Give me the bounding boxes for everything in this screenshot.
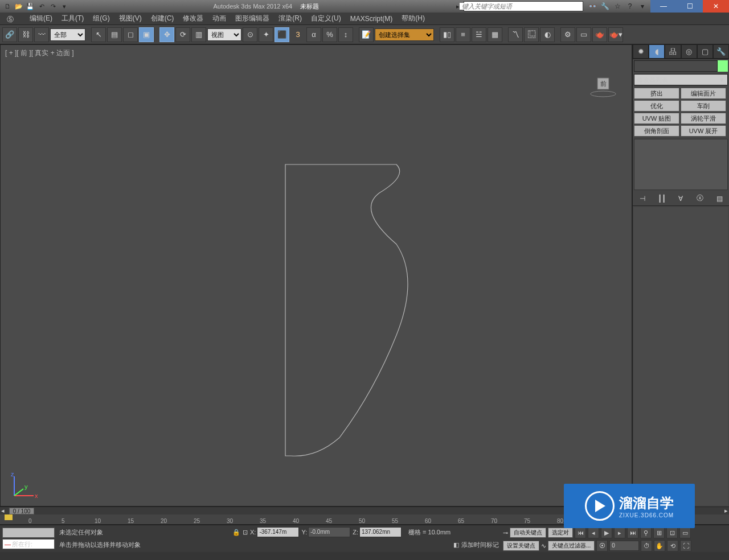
nav-max-icon[interactable]: ⛶ xyxy=(680,540,691,551)
menu-edit[interactable]: 编辑(E) xyxy=(25,14,57,23)
window-crossing-icon[interactable]: ▣ xyxy=(139,27,154,42)
time-tag-icon[interactable]: ◧ xyxy=(453,541,459,549)
add-time-tag[interactable]: 添加时间标记 xyxy=(461,541,499,549)
rollout-area[interactable] xyxy=(634,207,728,505)
key-mode-icon[interactable]: ⦿ xyxy=(596,540,608,551)
viewcube[interactable]: 前 xyxy=(589,75,617,97)
rendered-frame-icon[interactable]: ▭ xyxy=(576,27,591,42)
named-sets-edit-icon[interactable]: 📝 xyxy=(359,27,374,42)
menu-maxscript[interactable]: MAXScript(M) xyxy=(346,15,398,23)
coord-x[interactable]: -367.147m xyxy=(257,527,299,537)
object-name-field[interactable] xyxy=(634,60,718,72)
mod-extrude[interactable]: 挤出 xyxy=(634,88,679,99)
menu-modifiers[interactable]: 修改器 xyxy=(178,14,208,23)
menu-create[interactable]: 创建(C) xyxy=(146,14,179,23)
nav-pan-icon[interactable]: ✋ xyxy=(654,540,665,551)
auto-key-button[interactable]: 自动关键点 xyxy=(510,528,546,538)
undo-icon[interactable]: ↶ xyxy=(36,1,47,11)
menu-customize[interactable]: 自定义(U) xyxy=(306,14,346,23)
set-key-button[interactable]: 设置关键点 xyxy=(503,541,539,551)
qat-dropdown-icon[interactable]: ▾ xyxy=(59,1,69,11)
manipulate-icon[interactable]: ✦ xyxy=(259,27,273,42)
mod-uvw-map[interactable]: UVW 贴图 xyxy=(634,113,679,124)
goto-start-icon[interactable]: ⏮ xyxy=(575,527,586,538)
time-config-icon[interactable]: ⏱ xyxy=(641,540,652,551)
help-search-input[interactable] xyxy=(460,3,578,10)
unlink-icon[interactable]: ⛓ xyxy=(18,27,33,42)
nav-fov-icon[interactable]: ⊡ xyxy=(666,527,678,538)
maximize-button[interactable]: ☐ xyxy=(677,0,703,13)
layers-icon[interactable]: ☱ xyxy=(472,27,486,42)
coord-y[interactable]: -0.0mm xyxy=(308,527,350,537)
nav-zoom-icon[interactable]: ⚲ xyxy=(640,527,652,538)
play-icon[interactable]: ▶ xyxy=(601,527,612,538)
tab-motion[interactable]: ◎ xyxy=(681,44,697,59)
nav-orbit-icon[interactable]: ⟲ xyxy=(667,540,678,551)
tab-create[interactable]: ✹ xyxy=(633,44,649,59)
select-icon[interactable]: ↖ xyxy=(91,27,106,42)
key-icon[interactable]: ⊸ xyxy=(503,529,508,537)
show-end-icon[interactable]: ┃┃ xyxy=(656,193,668,204)
new-icon[interactable]: 🗋 xyxy=(2,1,13,11)
graphite-icon[interactable]: ▦ xyxy=(488,27,502,42)
modifier-list-dropdown[interactable]: 修改器列表▼ xyxy=(634,74,728,85)
material-icon[interactable]: ◐ xyxy=(540,27,555,42)
current-frame[interactable]: 0 xyxy=(609,541,639,551)
close-button[interactable]: ✕ xyxy=(703,0,729,13)
nav-region-icon[interactable]: ▭ xyxy=(679,527,691,538)
menu-tools[interactable]: 工具(T) xyxy=(57,14,88,23)
mod-bevel-profile[interactable]: 倒角剖面 xyxy=(634,125,679,137)
selected-button[interactable]: 选定对 xyxy=(548,528,573,538)
named-selection-sets[interactable]: 创建选择集 xyxy=(375,28,434,41)
redo-icon[interactable]: ↷ xyxy=(48,1,58,11)
viewport[interactable]: [ + ][ 前 ][ 真实 + 边面 ] 前 z x y xyxy=(0,44,632,507)
link-icon[interactable]: 🔗 xyxy=(2,27,17,42)
minimize-button[interactable]: — xyxy=(650,0,677,13)
binoculars-icon[interactable]: 👓 xyxy=(587,1,598,12)
nav-zoom-all-icon[interactable]: ⊞ xyxy=(653,527,665,538)
menu-graph-editors[interactable]: 图形编辑器 xyxy=(231,14,274,23)
menu-rendering[interactable]: 渲染(R) xyxy=(274,14,306,23)
app-logo-icon[interactable]: Ⓢ xyxy=(2,15,21,24)
ref-coord-system[interactable]: 视图 xyxy=(207,28,241,41)
tab-utilities[interactable]: 🔧 xyxy=(713,44,729,59)
schematic-icon[interactable]: ⿺ xyxy=(524,27,539,42)
pin-stack-icon[interactable]: ⊣ xyxy=(636,193,649,204)
lock-icon[interactable]: 🔒 xyxy=(232,529,240,536)
modifier-stack[interactable] xyxy=(634,139,728,190)
prev-frame-icon[interactable]: ◂ xyxy=(588,527,599,538)
select-name-icon[interactable]: ▤ xyxy=(107,27,122,42)
coord-z[interactable]: 137.062mn xyxy=(359,527,402,537)
mod-uvw-unwrap[interactable]: UVW 展开 xyxy=(681,125,726,137)
menu-group[interactable]: 组(G) xyxy=(88,14,114,23)
viewport-label[interactable]: [ + ][ 前 ][ 真实 + 边面 ] xyxy=(5,48,74,58)
script-mini-btn[interactable] xyxy=(2,528,55,538)
select-region-icon[interactable]: ◻ xyxy=(123,27,138,42)
move-icon[interactable]: ✥ xyxy=(159,27,174,42)
star-icon[interactable]: ☆ xyxy=(612,1,623,12)
selection-filter[interactable]: 全部 xyxy=(50,28,85,41)
rotate-icon[interactable]: ⟳ xyxy=(175,27,190,42)
menu-view[interactable]: 视图(V) xyxy=(114,14,146,23)
key-filters-icon[interactable]: ∿ xyxy=(541,542,546,550)
pivot-icon[interactable]: ⊙ xyxy=(243,27,257,42)
goto-end-icon[interactable]: ⏭ xyxy=(627,527,638,538)
curve-editor-icon[interactable]: 〽 xyxy=(508,27,523,42)
unique-icon[interactable]: ∀ xyxy=(674,193,687,204)
mod-optimize[interactable]: 优化 xyxy=(634,100,679,112)
mod-edit-patch[interactable]: 编辑面片 xyxy=(681,88,726,99)
menu-help[interactable]: 帮助(H) xyxy=(397,14,429,23)
save-icon[interactable]: 💾 xyxy=(25,1,35,11)
spinner-snap-icon[interactable]: ↕ xyxy=(338,27,353,42)
menu-animation[interactable]: 动画 xyxy=(208,14,231,23)
percent-snap-icon[interactable]: % xyxy=(322,27,337,42)
render-icon[interactable]: 🫖 xyxy=(592,27,607,42)
key-filters-button[interactable]: 关键点过滤器... xyxy=(548,541,595,551)
object-color-swatch[interactable] xyxy=(718,60,728,72)
mod-lathe[interactable]: 车削 xyxy=(681,100,726,112)
configure-icon[interactable]: ▤ xyxy=(713,193,726,204)
mirror-icon[interactable]: ▮▯ xyxy=(440,27,454,42)
snap-toggle-icon[interactable]: ⬛ xyxy=(275,27,289,42)
remove-mod-icon[interactable]: ⓧ xyxy=(694,193,706,204)
scale-icon[interactable]: ▥ xyxy=(191,27,206,42)
